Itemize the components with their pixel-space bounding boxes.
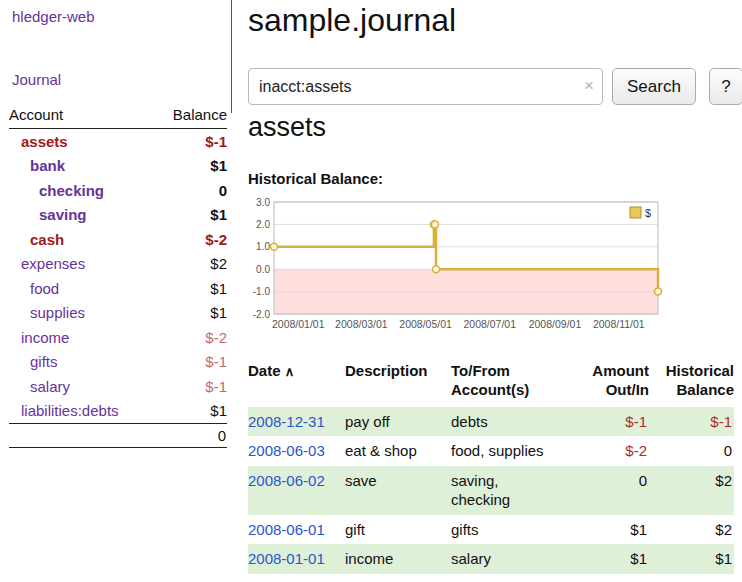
account-link[interactable]: bank xyxy=(9,157,65,174)
amount-cell: 0 xyxy=(579,466,649,515)
description-column-header: Description xyxy=(345,360,451,407)
register-row: 2008-12-31pay offdebts$-1$-1 xyxy=(248,407,734,437)
transaction-date-link[interactable]: 2008-06-02 xyxy=(248,472,325,489)
transaction-date-link[interactable]: 2008-01-01 xyxy=(248,550,325,567)
y-tick-label: 2.0 xyxy=(256,219,270,230)
historical-balance-column-header: Historical Balance xyxy=(649,360,734,407)
date-cell: 2008-06-02 xyxy=(248,466,345,515)
balance-header-line2: Balance xyxy=(649,381,734,400)
accounts-cell: food, supplies xyxy=(451,436,579,466)
account-row: expenses$2 xyxy=(9,252,227,277)
account-link[interactable]: supplies xyxy=(9,304,85,321)
search-input[interactable] xyxy=(248,68,603,105)
account-row: saving$1 xyxy=(9,203,227,228)
accounts-cell: salary xyxy=(451,544,579,574)
y-tick-label: 3.0 xyxy=(256,197,270,208)
historical-balance-cell: $2 xyxy=(649,515,734,545)
search-button[interactable]: Search xyxy=(612,68,696,105)
register-header: Date ∧ Description To/From Account(s) Am… xyxy=(248,360,734,407)
search-bar: × Search ? xyxy=(248,68,742,105)
legend-label: $ xyxy=(645,207,651,219)
account-link[interactable]: food xyxy=(9,280,59,297)
transaction-date-link[interactable]: 2008-06-03 xyxy=(248,442,325,459)
account-row: assets$-1 xyxy=(9,129,227,154)
account-table-header: Account Balance xyxy=(9,102,227,129)
register-table: Date ∧ Description To/From Account(s) Am… xyxy=(248,360,734,574)
account-link[interactable]: cash xyxy=(9,231,64,248)
register-body: 2008-12-31pay offdebts$-1$-12008-06-03ea… xyxy=(248,407,734,574)
account-link[interactable]: liabilities:debts xyxy=(9,402,119,419)
total-balance: 0 xyxy=(218,427,226,444)
register-row: 2008-01-01incomesalary$1$1 xyxy=(248,544,734,574)
account-balance: $-1 xyxy=(205,378,227,395)
y-tick-label: -2.0 xyxy=(253,309,271,320)
accounts-cell: saving, checking xyxy=(451,466,579,515)
amount-header-line1: Amount xyxy=(579,362,649,381)
x-tick-label: 2008/03/01 xyxy=(335,318,388,330)
account-column-header: Account xyxy=(9,106,63,123)
account-link[interactable]: salary xyxy=(9,378,70,395)
legend-swatch xyxy=(630,207,641,218)
historical-balance-cell: 0 xyxy=(649,436,734,466)
main-content: sample.journal × Search ? assets Histori… xyxy=(248,0,734,582)
description-header-label: Description xyxy=(345,362,451,381)
amount-header-line2: Out/In xyxy=(579,381,649,400)
description-cell: pay off xyxy=(345,407,451,437)
amount-column-header: Amount Out/In xyxy=(579,360,649,407)
register-header-row: Date ∧ Description To/From Account(s) Am… xyxy=(248,360,734,407)
description-cell: eat & shop xyxy=(345,436,451,466)
account-table: Account Balance assets$-1bank$1checking0… xyxy=(0,102,236,448)
amount-cell: $-2 xyxy=(579,436,649,466)
account-link[interactable]: gifts xyxy=(9,353,58,370)
account-link[interactable]: expenses xyxy=(9,255,85,272)
transaction-date-link[interactable]: 2008-12-31 xyxy=(248,413,325,430)
accounts-column-header: To/From Account(s) xyxy=(451,360,579,407)
account-link[interactable]: assets xyxy=(9,133,68,150)
account-row: food$1 xyxy=(9,276,227,301)
account-total-row: 0 xyxy=(9,423,227,448)
date-header-label: Date xyxy=(248,362,281,379)
historical-balance-cell: $2 xyxy=(649,466,734,515)
account-row: salary$-1 xyxy=(9,374,227,399)
account-link[interactable]: income xyxy=(9,329,69,346)
account-balance: $1 xyxy=(210,206,227,223)
y-tick-label: 1.0 xyxy=(256,241,270,252)
account-link[interactable]: saving xyxy=(9,206,87,223)
clear-search-icon[interactable]: × xyxy=(584,76,594,96)
page-title: sample.journal xyxy=(248,2,456,39)
balance-column-header: Balance xyxy=(173,106,227,123)
account-balance: $-1 xyxy=(205,353,227,370)
accounts-cell: debts xyxy=(451,407,579,437)
y-tick-label: -1.0 xyxy=(253,286,271,297)
date-column-header[interactable]: Date ∧ xyxy=(248,360,345,407)
date-cell: 2008-12-31 xyxy=(248,407,345,437)
amount-cell: $1 xyxy=(579,515,649,545)
account-balance: $-2 xyxy=(205,231,227,248)
account-balance: $1 xyxy=(210,304,227,321)
account-balance: 0 xyxy=(219,182,227,199)
accounts-header-line1: To/From xyxy=(451,362,579,381)
transaction-date-link[interactable]: 2008-06-01 xyxy=(248,521,325,538)
historical-balance-chart: 3.02.01.00.0-1.0-2.02008/01/012008/03/01… xyxy=(244,192,674,334)
accounts-header-line2: Account(s) xyxy=(451,381,579,400)
y-tick-label: 0.0 xyxy=(256,264,270,275)
account-row: income$-2 xyxy=(9,325,227,350)
account-row: cash$-2 xyxy=(9,227,227,252)
accounts-cell: gifts xyxy=(451,515,579,545)
account-link[interactable]: checking xyxy=(9,182,104,199)
register-row: 2008-06-02savesaving, checking0$2 xyxy=(248,466,734,515)
date-cell: 2008-06-03 xyxy=(248,436,345,466)
sort-asc-icon: ∧ xyxy=(285,364,295,379)
brand-link[interactable]: hledger-web xyxy=(12,8,95,25)
nav-journal-link[interactable]: Journal xyxy=(12,71,61,88)
account-balance: $-1 xyxy=(205,133,227,150)
account-balance: $2 xyxy=(210,255,227,272)
account-balance: $1 xyxy=(210,157,227,174)
x-tick-label: 2008/07/01 xyxy=(463,318,516,330)
x-tick-label: 2008/11/01 xyxy=(593,318,645,330)
balance-header-line1: Historical xyxy=(649,362,734,381)
register-row: 2008-06-03eat & shopfood, supplies$-20 xyxy=(248,436,734,466)
account-row: bank$1 xyxy=(9,154,227,179)
description-cell: save xyxy=(345,466,451,515)
help-button[interactable]: ? xyxy=(709,68,742,105)
